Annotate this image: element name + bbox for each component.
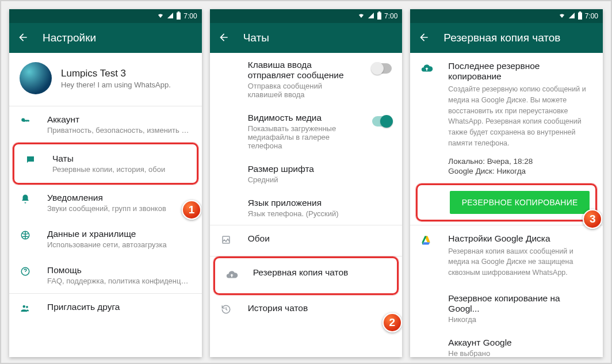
item-title: Данные и хранилище [47, 229, 192, 239]
wifi-icon [156, 12, 165, 21]
chat-icon [25, 155, 37, 168]
item-title: Резервная копия чатов [253, 267, 387, 278]
setting-font-size[interactable]: Размер шрифта Средний [210, 157, 403, 191]
history-icon [220, 304, 233, 317]
item-title: История чатов [248, 303, 392, 313]
last-backup-block: Последнее резервное копирование Создайте… [410, 53, 603, 183]
app-bar: Резервная копия чатов [410, 23, 603, 53]
key-icon [20, 116, 32, 129]
cloud-upload-icon [420, 62, 433, 78]
item-title: Уведомления [47, 193, 192, 203]
cloud-upload-icon [225, 269, 238, 284]
clock: 7:00 [384, 12, 397, 20]
item-title: Аккаунт [47, 114, 192, 125]
item-sub: Никогда [448, 315, 592, 324]
highlight-backup-button: РЕЗЕРВНОЕ КОПИРОВАНИЕ [416, 183, 597, 221]
toggle-media-visibility[interactable] [372, 116, 392, 127]
setting-chat-backup[interactable]: Резервная копия чатов [215, 259, 397, 292]
battery-icon [377, 12, 382, 21]
clock: 7:00 [585, 12, 598, 20]
section-description: Резервная копия ваших сообщений и медиа … [448, 246, 592, 278]
setting-media-visibility[interactable]: Видимость медиа Показывать загруженные м… [210, 106, 403, 157]
item-sub: Приватность, безопасность, изменить но..… [47, 126, 192, 135]
back-icon[interactable] [418, 32, 430, 45]
back-icon[interactable] [218, 32, 230, 45]
gdrive-settings-block: Настройки Google Диска Резервная копия в… [410, 225, 603, 286]
item-title: Резервное копирование на Googl... [448, 293, 592, 314]
item-sub: Использование сети, автозагрузка [47, 240, 192, 249]
setting-enter-sends[interactable]: Клавиша ввода отправляет сообщение Отпра… [210, 53, 403, 106]
clock: 7:00 [183, 12, 197, 20]
item-sub: Язык телефона. (Русский) [248, 209, 392, 218]
battery-icon [176, 12, 181, 21]
svg-point-2 [23, 305, 26, 308]
people-icon [20, 303, 32, 316]
section-heading: Настройки Google Диска [448, 233, 592, 244]
app-bar: Настройки [9, 23, 202, 53]
highlight-chats: Чаты Резервные копии, история, обои [13, 143, 198, 185]
step-badge-2: 2 [382, 313, 402, 332]
data-icon [20, 230, 32, 243]
item-sub: Не выбрано [448, 349, 592, 357]
profile-name: Lumpics Test 3 [61, 68, 171, 79]
item-title: Пригласить друга [47, 302, 192, 312]
settings-list: Lumpics Test 3 Hey there! I am using Wha… [9, 53, 202, 357]
app-bar: Чаты [210, 23, 403, 53]
status-bar: 7:00 [9, 9, 202, 23]
item-title: Размер шрифта [248, 164, 392, 174]
item-title: Чаты [52, 154, 186, 164]
setting-app-language[interactable]: Язык приложения Язык телефона. (Русский) [210, 191, 403, 225]
chats-settings-list: Клавиша ввода отправляет сообщение Отпра… [210, 53, 403, 357]
item-title: Аккаунт Google [448, 338, 592, 348]
bell-icon [20, 194, 32, 207]
svg-point-3 [26, 306, 28, 308]
settings-item-invite[interactable]: Пригласить друга [9, 294, 202, 324]
avatar [20, 62, 52, 94]
item-title: Видимость медиа [248, 113, 358, 123]
signal-icon [368, 12, 374, 21]
status-bar: 7:00 [410, 9, 603, 23]
battery-icon [577, 12, 583, 21]
status-bar: 7:00 [210, 9, 403, 23]
item-sub: Звуки сообщений, групп и звонков [47, 204, 192, 213]
setting-wallpaper[interactable]: Обои [210, 225, 403, 256]
signal-icon [167, 12, 174, 21]
item-title: Клавиша ввода отправляет сообщение [248, 60, 358, 81]
wifi-icon [357, 12, 365, 21]
settings-item-data[interactable]: Данные и хранилище Использование сети, а… [9, 221, 202, 257]
section-description: Создайте резервную копию сообщений и мед… [448, 84, 592, 149]
signal-icon [568, 12, 575, 21]
toggle-enter-sends[interactable] [372, 63, 392, 74]
settings-item-notifications[interactable]: Уведомления Звуки сообщений, групп и зво… [9, 185, 202, 221]
highlight-backup: Резервная копия чатов [213, 256, 399, 295]
screen-title: Чаты [243, 32, 269, 44]
item-title: Язык приложения [248, 198, 392, 208]
screen-chats: 7:00 Чаты Клавиша ввода отправляет сообщ… [210, 9, 403, 357]
item-sub: Средний [248, 175, 392, 184]
wifi-icon [558, 12, 566, 21]
screen-backup: 7:00 Резервная копия чатов Последнее рез… [410, 9, 603, 357]
setting-google-account[interactable]: Аккаунт Google Не выбрано [410, 331, 603, 357]
settings-item-help[interactable]: Помощь FAQ, поддержка, политика конфиден… [9, 257, 202, 293]
backup-now-button[interactable]: РЕЗЕРВНОЕ КОПИРОВАНИЕ [450, 191, 590, 214]
item-title: Обои [248, 233, 392, 244]
gdrive-backup-line: Google Диск: Никогда [448, 167, 592, 175]
settings-item-chats[interactable]: Чаты Резервные копии, история, обои [14, 145, 197, 182]
item-sub: Показывать загруженные медиафайлы в гале… [248, 124, 358, 150]
screen-title: Резервная копия чатов [443, 32, 560, 44]
settings-item-account[interactable]: Аккаунт Приватность, безопасность, измен… [9, 106, 202, 143]
setting-backup-frequency[interactable]: Резервное копирование на Googl... Никогд… [410, 286, 603, 331]
setting-chat-history[interactable]: История чатов [210, 295, 403, 325]
help-icon [20, 266, 32, 279]
wallpaper-icon [220, 235, 233, 248]
item-sub: Отправка сообщений клавишей ввода [248, 82, 358, 99]
section-heading: Последнее резервное копирование [448, 61, 592, 82]
item-sub: Резервные копии, история, обои [52, 165, 186, 174]
screen-title: Настройки [43, 32, 96, 44]
back-icon[interactable] [17, 32, 29, 45]
item-sub: FAQ, поддержка, политика конфиденциал... [47, 277, 192, 285]
step-badge-1: 1 [182, 200, 201, 220]
item-title: Помощь [47, 265, 192, 275]
screen-settings: 7:00 Настройки Lumpics Test 3 Hey there!… [9, 9, 202, 357]
profile-row[interactable]: Lumpics Test 3 Hey there! I am using Wha… [9, 53, 202, 106]
